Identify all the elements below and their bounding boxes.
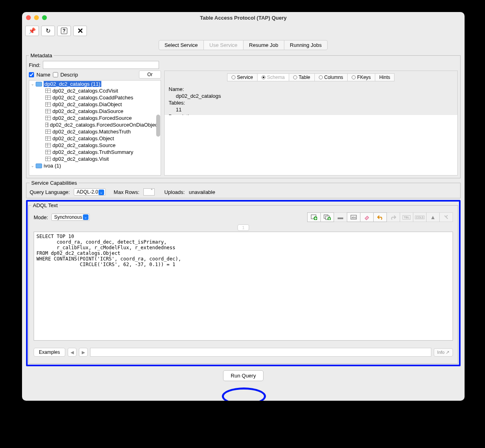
metadata-fieldset: Metadata Find: Name Descrip Or <box>26 52 461 178</box>
descrip-checkbox[interactable] <box>53 72 58 77</box>
table-icon <box>45 150 51 154</box>
insert-table-icon[interactable]: TBL <box>400 212 413 222</box>
tab-select-service[interactable]: Select Service <box>159 40 204 50</box>
tree-schema-dp02[interactable]: ⌄dp02_dc2_catalogs (11) <box>29 81 161 87</box>
svg-text:abc: abc <box>352 216 356 219</box>
pin-icon[interactable]: 📌 <box>25 26 39 36</box>
rename-tab-icon[interactable]: abc <box>347 212 360 222</box>
table-icon <box>45 136 51 141</box>
tree-table-item[interactable]: dp02_dc2_catalogs.MatchesTruth <box>29 128 161 135</box>
add-tab-icon[interactable] <box>307 212 321 222</box>
editor-button-strip: ▬ abc TBL COLS ▲ <box>308 212 453 222</box>
adql-fieldset: ADQL Text Mode: Synchronous⌄ ▬ abc TBL C… <box>28 202 458 364</box>
undo-icon[interactable] <box>373 212 387 222</box>
table-icon <box>45 102 51 107</box>
max-rows-input[interactable] <box>143 188 155 196</box>
toolbar: 📌 ↻ ? ✕ <box>22 23 465 38</box>
table-icon <box>45 89 51 93</box>
help-icon[interactable]: ? <box>57 26 71 36</box>
name-checkbox[interactable] <box>29 72 34 77</box>
query-lang-label: Query Language: <box>30 189 70 195</box>
info-body: Name: dp02_dc2_catalogs Tables: 11 Descr… <box>165 84 457 115</box>
query-textarea[interactable]: SELECT TOP 10 coord_ra, coord_dec, detec… <box>34 232 453 341</box>
tree-table-item[interactable]: dp02_dc2_catalogs.Visit <box>29 155 161 162</box>
table-icon <box>45 123 48 127</box>
next-example-button[interactable]: ▶ <box>79 348 88 357</box>
tree-table-item[interactable]: dp02_dc2_catalogs.ForcedSource <box>29 115 161 121</box>
example-info-button[interactable]: Info ↗ <box>434 348 453 357</box>
uploads-label: Uploads: <box>164 189 185 195</box>
fix-icon[interactable] <box>439 212 453 222</box>
find-label: Find: <box>29 62 40 68</box>
adql-section-highlight: ADQL Text Mode: Synchronous⌄ ▬ abc TBL C… <box>26 200 461 366</box>
info-tab-table[interactable]: Table <box>289 73 315 81</box>
reload-icon[interactable]: ↻ <box>41 26 55 36</box>
erase-icon[interactable] <box>360 212 374 222</box>
tree-scrollbar[interactable] <box>156 115 160 137</box>
table-icon <box>45 116 51 120</box>
titlebar: Table Access Protocol (TAP) Query <box>22 12 465 23</box>
query-lang-select[interactable]: ADQL-2.0⌄ <box>74 188 105 196</box>
info-tab-service[interactable]: Service <box>227 73 258 81</box>
table-icon <box>45 143 51 147</box>
tree-table-item[interactable]: dp02_dc2_catalogs.CcdVisit <box>29 87 161 94</box>
examples-button[interactable]: Examples <box>34 348 65 357</box>
run-query-button[interactable]: Run Query <box>223 370 264 381</box>
max-rows-label: Max Rows: <box>114 189 139 195</box>
schema-tree[interactable]: ⌄dp02_dc2_catalogs (11) dp02_dc2_catalog… <box>29 80 161 176</box>
close-icon[interactable]: ✕ <box>73 26 87 36</box>
table-icon <box>45 109 51 113</box>
name-checkbox-label: Name <box>36 72 50 78</box>
window-title: Table Access Protocol (TAP) Query <box>22 15 465 21</box>
tree-table-item[interactable]: dp02_dc2_catalogs.TruthSummary <box>29 149 161 155</box>
prev-example-button[interactable]: ◀ <box>68 348 76 357</box>
tree-table-item[interactable]: dp02_dc2_catalogs.ForcedSourceOnDiaObjec… <box>29 121 161 128</box>
service-capabilities-fieldset: Service Capabilities Query Language: ADQ… <box>26 180 461 198</box>
mode-select[interactable]: Synchronous⌄ <box>51 214 90 221</box>
tree-table-item[interactable]: dp02_dc2_catalogs.Source <box>29 142 161 149</box>
tab-resume-job[interactable]: Resume Job <box>243 40 284 50</box>
delete-tab-icon[interactable]: ▬ <box>334 212 347 222</box>
copy-tab-icon[interactable] <box>320 212 334 222</box>
validate-icon[interactable]: ▲ <box>426 212 440 222</box>
mode-label: Mode: <box>34 214 48 220</box>
folder-icon <box>36 163 42 168</box>
tree-table-item[interactable]: dp02_dc2_catalogs.DiaObject <box>29 101 161 108</box>
descrip-checkbox-label: Descrip <box>60 72 78 78</box>
tree-table-item[interactable]: dp02_dc2_catalogs.Object <box>29 135 161 142</box>
tree-table-item[interactable]: dp02_dc2_catalogs.DiaSource <box>29 108 161 115</box>
top-tab-row: Select Service Use Service Resume Job Ru… <box>22 38 465 52</box>
info-tab-schema[interactable]: Schema <box>257 73 289 81</box>
uploads-value: unavailable <box>189 189 215 195</box>
tab-running-jobs[interactable]: Running Jobs <box>284 40 328 50</box>
run-query-highlight-oval <box>222 387 266 401</box>
find-input[interactable] <box>43 61 159 69</box>
folder-icon <box>36 82 42 87</box>
table-icon <box>45 157 51 161</box>
tab-use-service[interactable]: Use Service <box>203 40 244 50</box>
info-tab-columns[interactable]: Columns <box>314 73 348 81</box>
adql-legend: ADQL Text <box>31 202 59 208</box>
tree-schema-ivoa[interactable]: ⌄ivoa (1) <box>29 162 161 169</box>
info-tab-fkeys[interactable]: FKeys <box>347 73 375 81</box>
service-caps-legend: Service Capabilities <box>30 180 78 186</box>
info-panel: Service Schema Table Columns FKeys Hints… <box>164 71 458 176</box>
info-tab-hints[interactable]: Hints <box>375 73 394 81</box>
or-button[interactable]: Or <box>139 71 161 79</box>
query-tab-1[interactable]: 1 <box>237 224 249 231</box>
table-icon <box>45 129 51 134</box>
example-name-input[interactable] <box>90 348 431 357</box>
table-icon <box>45 95 51 100</box>
tree-table-item[interactable]: dp02_dc2_catalogs.CoaddPatches <box>29 94 161 101</box>
metadata-legend: Metadata <box>29 52 54 59</box>
app-window: Table Access Protocol (TAP) Query 📌 ↻ ? … <box>22 12 465 401</box>
insert-cols-icon[interactable]: COLS <box>413 212 427 222</box>
redo-icon[interactable] <box>386 212 400 222</box>
